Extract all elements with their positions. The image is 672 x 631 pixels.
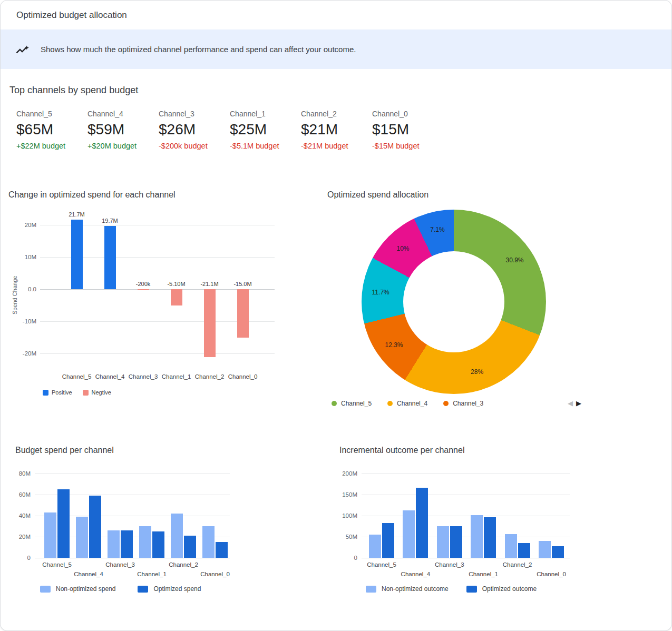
slice-label: 28% xyxy=(471,368,483,376)
y-tick-label: 20M xyxy=(19,533,31,540)
x-category-label: Channel_3 xyxy=(435,561,464,568)
bar xyxy=(171,514,183,558)
x-category-label: Channel_3 xyxy=(105,561,135,568)
bar xyxy=(184,536,196,558)
legend-dot xyxy=(387,401,393,406)
channel-card: Channel_0$15M-$15M budget xyxy=(372,110,443,150)
top-channels-heading: Top channels by spend budget xyxy=(9,85,138,96)
x-category-label: Channel_1 xyxy=(469,571,498,577)
bar xyxy=(437,526,449,558)
gridline xyxy=(35,558,230,558)
x-category-label: Channel_5 xyxy=(42,561,72,568)
legend-prev-arrow[interactable]: ◀ xyxy=(568,399,573,408)
y-tick-label: 80M xyxy=(19,470,31,477)
slice-label: 30.9% xyxy=(506,257,524,264)
spend-allocation-chart: Optimized spend allocation 30.9%28%12.3%… xyxy=(326,189,622,416)
y-axis: 050M100M150M200M xyxy=(333,469,357,564)
bar xyxy=(471,515,483,558)
bar xyxy=(152,531,164,558)
legend-item: Optimized spend xyxy=(138,585,201,593)
slice-label: 11.7% xyxy=(372,289,389,296)
gridline xyxy=(362,474,570,474)
legend-label: Positive xyxy=(52,389,72,396)
channel-budget-delta: +$20M budget xyxy=(87,142,159,150)
legend-item: Negtive xyxy=(83,389,111,396)
legend-item: Non-optimized outcome xyxy=(366,585,449,593)
bar xyxy=(76,517,88,558)
x-category-label: Channel_0 xyxy=(228,373,258,380)
x-category-label: Channel_4 xyxy=(95,373,125,380)
bar xyxy=(484,517,496,558)
bar xyxy=(138,289,149,290)
plot-area xyxy=(35,469,230,564)
channel-value: $26M xyxy=(159,121,230,138)
y-tick-label: 150M xyxy=(342,491,357,498)
legend: PositiveNegtive xyxy=(43,389,111,396)
chart-title: Change in optimized spend for each chann… xyxy=(8,190,176,200)
channel-name: Channel_4 xyxy=(87,110,159,118)
channel-value: $15M xyxy=(372,121,443,138)
legend: Non-optimized spendOptimized spend xyxy=(40,585,201,593)
banner-text: Shows how much the optimized channel per… xyxy=(41,45,356,54)
bar xyxy=(382,523,394,558)
channel-value: $65M xyxy=(16,121,87,138)
y-tick-label: 20M xyxy=(25,221,36,229)
channel-card: Channel_3$26M-$200k budget xyxy=(159,110,230,150)
legend: Non-optimized outcomeOptimized outcome xyxy=(366,585,537,593)
legend-label: Negtive xyxy=(92,389,111,396)
y-axis: 20M10M0.0-10M-20M xyxy=(15,209,36,372)
titlebar: Optimized budget allocation xyxy=(1,1,671,29)
legend-item: Non-optimized spend xyxy=(40,585,115,593)
y-tick-label: 200M xyxy=(342,470,357,477)
channel-value: $59M xyxy=(87,121,159,138)
legend-item: Channel_3 xyxy=(443,400,483,407)
x-category-label: Channel_1 xyxy=(137,571,167,577)
slice-label: 10% xyxy=(397,245,410,252)
bar xyxy=(171,289,182,305)
chart-title: Incremental outcome per channel xyxy=(339,446,464,455)
donut-hole xyxy=(403,251,504,352)
y-tick-label: 40M xyxy=(19,512,31,519)
channel-budget-delta: -$5.1M budget xyxy=(230,142,301,150)
bar xyxy=(369,535,381,558)
legend-next-arrow[interactable]: ▶ xyxy=(576,399,581,408)
channel-budget-delta: +$22M budget xyxy=(16,142,87,150)
legend-dot xyxy=(332,401,337,406)
x-category-label: Channel_2 xyxy=(195,373,225,380)
budget-spend-chart: Budget spend per channel 020M40M60M80M C… xyxy=(8,443,293,619)
y-tick-label: 100M xyxy=(342,512,357,519)
channel-name: Channel_2 xyxy=(301,110,372,118)
channel-value: $21M xyxy=(301,121,372,138)
bar xyxy=(416,488,428,558)
y-tick-label: 0 xyxy=(27,554,31,561)
bar xyxy=(44,512,56,558)
slice-label: 7.1% xyxy=(430,226,444,233)
y-tick-label: 0.0 xyxy=(28,285,36,293)
legend-pager: ◀ ▶ xyxy=(568,399,581,408)
legend-label: Channel_4 xyxy=(397,400,427,407)
legend-label: Non-optimized outcome xyxy=(382,585,449,593)
bar xyxy=(71,220,83,289)
channel-card: Channel_1$25M-$5.1M budget xyxy=(230,110,301,150)
channel-card: Channel_4$59M+$20M budget xyxy=(87,110,159,150)
bar xyxy=(57,489,70,558)
legend-label: Optimized outcome xyxy=(482,585,537,593)
donut-legend: Channel_5Channel_4Channel_3 ◀ ▶ xyxy=(332,398,622,409)
x-category-label: Channel_1 xyxy=(162,373,191,380)
bar xyxy=(518,543,530,558)
bar-value-label: -21.1M xyxy=(200,281,218,287)
legend-label: Channel_3 xyxy=(453,400,483,407)
bar-value-label: -200k xyxy=(136,281,151,287)
x-category-label: Channel_5 xyxy=(367,561,396,568)
x-axis-labels: Channel_5Channel_4Channel_3Channel_1Chan… xyxy=(362,561,570,583)
channel-card: Channel_5$65M+$22M budget xyxy=(16,110,87,150)
gridline xyxy=(362,558,570,558)
x-category-label: Channel_4 xyxy=(74,571,103,577)
channel-card: Channel_2$21M-$21M budget xyxy=(301,110,372,150)
legend-swatch xyxy=(43,390,48,396)
legend-swatch xyxy=(366,586,376,593)
channel-value: $25M xyxy=(230,121,301,138)
x-category-label: Channel_0 xyxy=(200,571,230,577)
bar xyxy=(539,541,551,558)
legend-label: Channel_5 xyxy=(341,400,372,407)
